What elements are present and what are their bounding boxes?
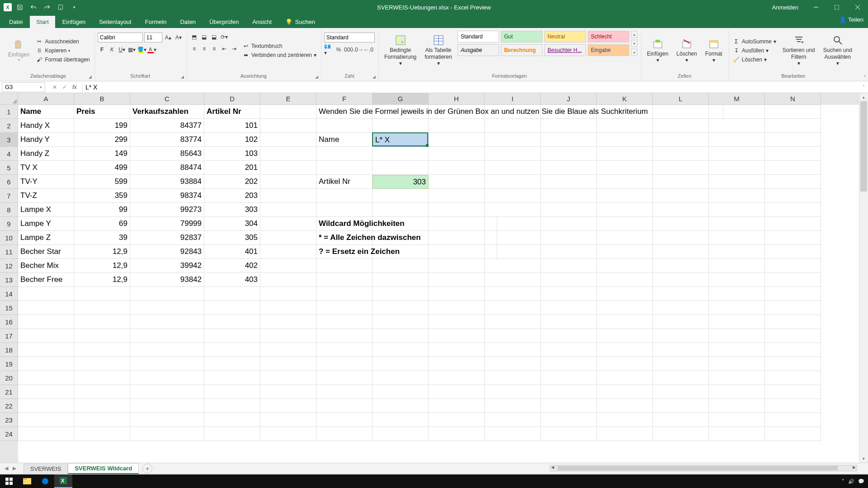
cell[interactable]: TV-Y <box>18 175 74 189</box>
tab-ansicht[interactable]: Ansicht <box>246 16 278 28</box>
cell[interactable] <box>204 399 260 413</box>
column-header[interactable]: J <box>541 93 597 105</box>
cell[interactable] <box>373 189 429 203</box>
align-center-icon[interactable]: ≡ <box>200 44 209 53</box>
row-header[interactable]: 10 <box>0 231 18 245</box>
cell[interactable] <box>541 189 597 203</box>
cell[interactable] <box>429 133 485 147</box>
tab-uberprufen[interactable]: Überprüfen <box>203 16 245 28</box>
cell[interactable] <box>653 371 709 385</box>
number-expand-icon[interactable]: ◢ <box>371 74 377 80</box>
cell[interactable]: 83774 <box>130 133 204 147</box>
column-header[interactable]: F <box>316 93 373 105</box>
cell[interactable]: 69 <box>74 217 130 231</box>
cell[interactable] <box>765 133 821 147</box>
cell[interactable] <box>541 357 597 371</box>
cell[interactable] <box>260 273 316 287</box>
italic-button[interactable]: K <box>108 45 117 54</box>
cell[interactable] <box>541 427 597 441</box>
conditional-formatting-button[interactable]: Bedingte Formatierung▾ <box>382 31 419 70</box>
increase-decimal-icon[interactable]: .0→ <box>354 45 363 54</box>
column-header[interactable]: I <box>485 93 541 105</box>
cell[interactable] <box>541 161 597 175</box>
cell[interactable] <box>74 315 130 329</box>
cell[interactable]: 102 <box>204 133 260 147</box>
column-header[interactable]: L <box>653 93 709 105</box>
wrap-text-button[interactable]: ↩Textumbruch <box>241 42 317 51</box>
cell[interactable] <box>429 343 485 357</box>
cell[interactable] <box>429 119 485 133</box>
cell[interactable] <box>373 343 429 357</box>
cell[interactable] <box>653 273 709 287</box>
cell[interactable] <box>260 259 316 273</box>
align-middle-icon[interactable]: ⬓ <box>200 33 209 42</box>
cell[interactable] <box>485 259 541 273</box>
cell[interactable] <box>18 343 74 357</box>
cell[interactable] <box>541 315 597 329</box>
cell[interactable] <box>429 259 485 273</box>
decrease-decimal-icon[interactable]: ←.0 <box>364 45 373 54</box>
cell[interactable] <box>316 301 373 315</box>
select-all-button[interactable] <box>0 93 18 105</box>
cell[interactable] <box>541 329 597 343</box>
cell[interactable] <box>765 119 821 133</box>
cell[interactable] <box>709 189 765 203</box>
cell[interactable] <box>260 301 316 315</box>
cell[interactable] <box>429 385 485 399</box>
cell[interactable] <box>260 343 316 357</box>
cell[interactable]: ? = Ersetz ein Zeichen <box>316 245 497 259</box>
row-header[interactable]: 5 <box>0 161 18 175</box>
row-header[interactable]: 11 <box>0 245 18 259</box>
cell[interactable]: 202 <box>204 175 260 189</box>
cell[interactable] <box>316 399 373 413</box>
ribbon-search[interactable]: 💡 Suchen <box>279 16 321 28</box>
cell[interactable] <box>373 147 429 161</box>
row-header[interactable]: 1 <box>0 105 18 119</box>
number-format-select[interactable] <box>324 33 375 42</box>
style-standard[interactable]: Standard <box>458 31 499 42</box>
cut-button[interactable]: ✂Ausschneiden <box>35 37 90 46</box>
cell[interactable] <box>316 329 373 343</box>
cell[interactable] <box>316 343 373 357</box>
cell[interactable] <box>541 385 597 399</box>
cell[interactable] <box>429 301 485 315</box>
cell[interactable] <box>541 413 597 427</box>
cell[interactable] <box>709 315 765 329</box>
formula-input[interactable]: L* X <box>83 84 859 91</box>
cell[interactable]: 12,9 <box>74 245 130 259</box>
row-header[interactable]: 24 <box>0 427 18 441</box>
cell[interactable] <box>709 133 765 147</box>
cell[interactable] <box>765 385 821 399</box>
cell[interactable] <box>709 399 765 413</box>
cell[interactable] <box>204 329 260 343</box>
cell[interactable] <box>541 287 597 301</box>
cell[interactable] <box>597 343 653 357</box>
style-besuchter[interactable]: Besuchter H... <box>544 44 586 56</box>
cell[interactable] <box>485 343 541 357</box>
cell[interactable] <box>373 315 429 329</box>
cell[interactable] <box>653 399 709 413</box>
indent-increase-icon[interactable]: ⇥ <box>230 44 239 53</box>
spreadsheet-grid[interactable]: ABCDEFGHIJKLMN 1234567891011121314151617… <box>0 93 868 463</box>
hscroll-left-icon[interactable]: ◀ <box>551 465 554 469</box>
cell[interactable] <box>373 119 429 133</box>
edge-icon[interactable] <box>36 474 54 488</box>
style-berechnung[interactable]: Berechnung <box>501 44 542 56</box>
style-gallery-expand-icon[interactable]: ▾ <box>631 49 637 56</box>
cell[interactable] <box>765 231 821 245</box>
cell[interactable] <box>130 287 204 301</box>
cell[interactable] <box>130 413 204 427</box>
horizontal-scrollbar[interactable]: ◀ ▶ <box>550 465 857 471</box>
fill-color-button[interactable]: 🪣▾ <box>137 45 146 54</box>
cell[interactable] <box>485 189 541 203</box>
cell[interactable]: Becher Star <box>18 245 74 259</box>
cell[interactable] <box>765 427 821 441</box>
increase-font-icon[interactable]: A▴ <box>164 33 173 42</box>
start-button[interactable] <box>0 474 18 488</box>
cell[interactable] <box>373 273 429 287</box>
cell[interactable] <box>597 399 653 413</box>
cell[interactable] <box>653 413 709 427</box>
cell[interactable] <box>709 371 765 385</box>
indent-decrease-icon[interactable]: ⇤ <box>220 44 229 53</box>
cell[interactable] <box>653 329 709 343</box>
